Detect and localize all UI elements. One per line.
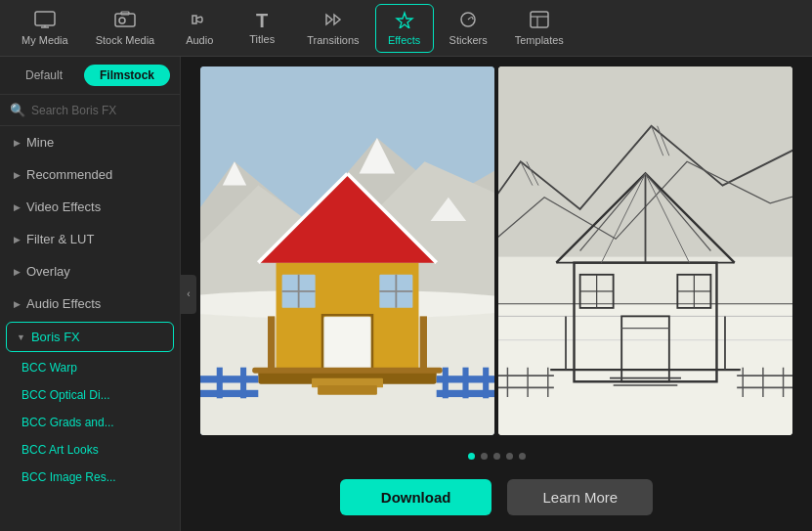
sidebar-item-overlay[interactable]: ▶ Overlay bbox=[0, 255, 180, 288]
scene-svg-color bbox=[200, 66, 494, 435]
main-area: Default Filmstock 🔍 ▶ Mine ▶ Recommended… bbox=[0, 57, 812, 531]
svg-marker-7 bbox=[334, 15, 340, 24]
bottom-actions: Download Learn More bbox=[181, 467, 812, 531]
chevron-icon: ▶ bbox=[14, 299, 21, 309]
nav-stickers-label: Stickers bbox=[449, 34, 488, 46]
svg-rect-44 bbox=[217, 368, 223, 399]
sidebar-subitem-bcc-art-label: BCC Art Looks bbox=[21, 443, 99, 457]
svg-marker-8 bbox=[397, 13, 412, 28]
nav-titles-label: Titles bbox=[249, 33, 275, 45]
chevron-icon: ▶ bbox=[14, 138, 21, 148]
svg-marker-6 bbox=[326, 15, 332, 24]
stickers-icon bbox=[457, 11, 479, 31]
sidebar-section: ▶ Mine ▶ Recommended ▶ Video Effects ▶ F… bbox=[0, 126, 180, 491]
slideshow-area bbox=[181, 57, 812, 445]
tab-default[interactable]: Default bbox=[10, 65, 78, 86]
titles-icon: T bbox=[256, 11, 268, 30]
sidebar-item-boris-fx[interactable]: ▼ Boris FX bbox=[6, 322, 174, 352]
sidebar-subitem-bcc-image[interactable]: BCC Image Res... bbox=[0, 464, 180, 491]
templates-icon bbox=[530, 11, 549, 31]
scene-svg-sketch bbox=[498, 66, 792, 435]
download-button[interactable]: Download bbox=[340, 479, 492, 515]
sidebar-item-recommended-label: Recommended bbox=[26, 167, 112, 182]
chevron-down-icon: ▼ bbox=[17, 332, 25, 342]
nav-transitions-label: Transitions bbox=[307, 34, 359, 46]
effects-icon bbox=[394, 11, 415, 31]
sidebar-tabs: Default Filmstock bbox=[0, 57, 180, 95]
sidebar-toggle[interactable]: ‹ bbox=[181, 275, 196, 314]
slide-images bbox=[200, 66, 792, 435]
my-media-icon bbox=[34, 11, 56, 31]
sidebar-item-audio-effects[interactable]: ▶ Audio Effects bbox=[0, 288, 180, 320]
sidebar-item-recommended[interactable]: ▶ Recommended bbox=[0, 158, 180, 191]
sidebar-item-overlay-label: Overlay bbox=[26, 264, 70, 279]
dot-5[interactable] bbox=[519, 453, 526, 460]
nav-transitions[interactable]: Transitions bbox=[295, 5, 370, 52]
nav-stock-media-label: Stock Media bbox=[96, 34, 155, 46]
svg-rect-48 bbox=[483, 368, 489, 399]
svg-rect-37 bbox=[420, 316, 427, 370]
dots-indicator bbox=[181, 445, 812, 467]
svg-rect-45 bbox=[240, 368, 246, 399]
nav-audio-label: Audio bbox=[186, 34, 213, 46]
sidebar-item-filter-lut[interactable]: ▶ Filter & LUT bbox=[0, 223, 180, 255]
nav-my-media[interactable]: My Media bbox=[10, 5, 80, 52]
dot-2[interactable] bbox=[481, 453, 488, 460]
chevron-icon: ▶ bbox=[14, 202, 21, 212]
sidebar-subitem-bcc-grads[interactable]: BCC Grads and... bbox=[0, 409, 180, 436]
sidebar-subitem-bcc-optical-label: BCC Optical Di... bbox=[21, 388, 110, 402]
slide-image-color bbox=[200, 66, 494, 435]
sidebar-item-filter-lut-label: Filter & LUT bbox=[26, 232, 94, 246]
sidebar-item-mine-label: Mine bbox=[26, 135, 54, 150]
sidebar-subitem-bcc-warp-label: BCC Warp bbox=[21, 361, 77, 375]
svg-rect-38 bbox=[200, 376, 258, 382]
sidebar-item-audio-effects-label: Audio Effects bbox=[26, 296, 101, 311]
sidebar-item-mine[interactable]: ▶ Mine bbox=[0, 126, 180, 158]
toggle-arrow-icon: ‹ bbox=[187, 288, 190, 299]
top-nav: My Media Stock Media Audio T Titles bbox=[0, 0, 812, 57]
search-box: 🔍 bbox=[0, 95, 180, 126]
chevron-icon: ▶ bbox=[14, 267, 21, 277]
search-icon: 🔍 bbox=[10, 103, 25, 117]
transitions-icon bbox=[322, 11, 344, 31]
dot-3[interactable] bbox=[493, 453, 500, 460]
learn-more-button[interactable]: Learn More bbox=[507, 479, 653, 515]
sidebar-subitem-bcc-optical[interactable]: BCC Optical Di... bbox=[0, 381, 180, 409]
slide-image-sketch bbox=[498, 66, 792, 435]
nav-templates[interactable]: Templates bbox=[503, 5, 576, 52]
search-input[interactable] bbox=[31, 104, 170, 117]
svg-point-4 bbox=[119, 18, 125, 23]
sidebar-item-boris-fx-label: Boris FX bbox=[31, 330, 80, 344]
dot-4[interactable] bbox=[506, 453, 513, 460]
nav-titles[interactable]: T Titles bbox=[233, 5, 291, 51]
svg-rect-47 bbox=[462, 368, 468, 399]
stock-media-icon bbox=[114, 11, 136, 31]
nav-effects[interactable]: Effects bbox=[375, 4, 434, 53]
svg-rect-10 bbox=[531, 12, 548, 27]
sidebar-subitem-bcc-image-label: BCC Image Res... bbox=[21, 470, 116, 484]
chevron-icon: ▶ bbox=[14, 235, 21, 244]
sidebar: Default Filmstock 🔍 ▶ Mine ▶ Recommended… bbox=[0, 57, 181, 531]
content-area: ‹ bbox=[181, 57, 812, 531]
nav-my-media-label: My Media bbox=[21, 34, 68, 46]
sidebar-subitem-bcc-warp[interactable]: BCC Warp bbox=[0, 354, 180, 381]
nav-effects-label: Effects bbox=[388, 34, 420, 46]
sidebar-subitem-bcc-art[interactable]: BCC Art Looks bbox=[0, 436, 180, 464]
sidebar-item-video-effects[interactable]: ▶ Video Effects bbox=[0, 191, 180, 223]
sidebar-item-video-effects-label: Video Effects bbox=[26, 199, 101, 214]
nav-stock-media[interactable]: Stock Media bbox=[84, 5, 167, 52]
tab-filmstock[interactable]: Filmstock bbox=[84, 65, 170, 86]
dot-1[interactable] bbox=[468, 453, 475, 460]
nav-audio[interactable]: Audio bbox=[170, 5, 229, 52]
nav-templates-label: Templates bbox=[515, 34, 564, 46]
svg-rect-51 bbox=[318, 385, 377, 395]
svg-rect-46 bbox=[443, 368, 449, 399]
svg-rect-35 bbox=[252, 368, 443, 374]
nav-stickers[interactable]: Stickers bbox=[438, 5, 499, 52]
chevron-icon: ▶ bbox=[14, 170, 21, 180]
audio-icon bbox=[190, 11, 209, 31]
svg-rect-40 bbox=[200, 390, 258, 397]
svg-rect-36 bbox=[268, 316, 275, 370]
sidebar-subitem-bcc-grads-label: BCC Grads and... bbox=[21, 416, 114, 429]
svg-rect-0 bbox=[35, 12, 55, 25]
